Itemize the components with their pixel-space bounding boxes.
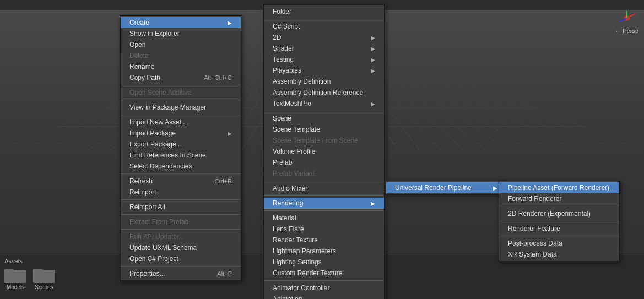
menu-item-label-post-process: Post-process Data [508,240,610,247]
context-menu-rendering: Universal Render Pipeline▶ [386,181,507,195]
menu-item-csharp-script[interactable]: C# Script [264,21,384,32]
submenu-arrow-create: ▶ [228,20,232,26]
menu-separator [499,206,619,206]
menu-separator [264,181,384,181]
menu-item-shader[interactable]: Shader▶ [264,43,384,54]
menu-item-label-custom-render-texture: Custom Render Texture [273,269,375,277]
menu-item-update-uxml[interactable]: Update UXML Schema [121,242,241,253]
menu-item-label-open-csharp: Open C# Project [129,255,232,263]
menu-item-lens-flare[interactable]: Lens Flare [264,224,384,235]
menu-item-label-2d: 2D [273,34,371,41]
menu-item-urp[interactable]: Universal Render Pipeline▶ [386,182,506,193]
menu-item-label-assembly-def-ref: Assembly Definition Reference [273,89,375,96]
menu-item-label-import-package: Import Package [129,129,228,137]
menu-item-view-in-package-manager[interactable]: View in Package Manager [121,102,241,113]
menu-item-label-select-dependencies: Select Dependencies [129,162,232,170]
menu-separator [121,115,241,115]
menu-item-scene-template[interactable]: Scene Template [264,124,384,135]
menu-item-label-import-new-asset: Import New Asset... [129,118,232,126]
menu-item-label-2d-renderer: 2D Renderer (Experimental) [508,210,610,218]
menu-item-material[interactable]: Material [264,213,384,224]
menu-item-label-csharp-script: C# Script [273,23,375,30]
menu-item-custom-render-texture[interactable]: Custom Render Texture [264,268,384,279]
menu-item-label-forward-renderer: Forward Renderer [508,195,610,203]
submenu-arrow-import-package: ▶ [228,131,232,137]
menu-separator [121,266,241,267]
menu-item-label-urp: Universal Render Pipeline [395,184,493,192]
menu-separator [264,111,384,111]
persp-label: x ← Persp [615,10,638,34]
menu-item-playables[interactable]: Playables▶ [264,65,384,76]
menu-item-prefab[interactable]: Prefab [264,157,384,168]
menu-item-rendering[interactable]: Rendering▶ [264,198,384,209]
menu-item-pipeline-asset[interactable]: Pipeline Asset (Forward Renderer) [499,182,619,193]
menu-item-textmeshpro[interactable]: TextMeshPro▶ [264,98,384,109]
menu-item-scene[interactable]: Scene [264,113,384,124]
menu-item-render-texture[interactable]: Render Texture [264,235,384,246]
menu-separator [264,280,384,281]
submenu-arrow-rendering: ▶ [371,200,375,206]
menu-item-renderer-feature[interactable]: Renderer Feature [499,223,619,234]
menu-item-label-reimport-all: Reimport All [129,203,232,211]
menu-item-refresh[interactable]: RefreshCtrl+R [121,176,241,187]
menu-item-show-in-explorer[interactable]: Show in Explorer [121,28,241,39]
submenu-arrow-playables: ▶ [371,68,375,74]
menu-item-open-csharp[interactable]: Open C# Project [121,253,241,264]
menu-item-label-refresh: Refresh [129,177,204,185]
menu-item-xr-system[interactable]: XR System Data [499,249,619,260]
menu-item-select-dependencies[interactable]: Select Dependencies [121,161,241,172]
menu-item-label-volume-profile: Volume Profile [273,148,375,155]
menu-separator [121,229,241,230]
menu-item-post-process[interactable]: Post-process Data [499,238,619,249]
submenu-arrow-shader: ▶ [371,46,375,52]
menu-item-volume-profile[interactable]: Volume Profile [264,146,384,157]
menu-item-label-reimport: Reimport [129,188,232,196]
context-menu-urp: Pipeline Asset (Forward Renderer)Forward… [499,181,620,262]
folder-icon-models [4,267,26,283]
menu-item-label-testing: Testing [273,56,371,63]
menu-item-label-export-package: Export Package... [129,140,232,148]
menu-item-label-rename: Rename [129,63,232,70]
menu-item-assembly-def[interactable]: Assembly Definition [264,76,384,87]
menu-item-label-scene-template-from: Scene Template From Scene [273,137,375,144]
menu-separator [121,214,241,215]
menu-item-animation[interactable]: Animation [264,293,384,299]
menu-item-properties[interactable]: Properties...Alt+P [121,268,241,279]
menu-item-import-new-asset[interactable]: Import New Asset... [121,117,241,128]
menu-item-extract-from-prefab: Extract From Prefab [121,216,241,227]
menu-item-label-playables: Playables [273,67,371,74]
menu-item-label-rendering: Rendering [273,199,371,207]
menu-item-reimport-all[interactable]: Reimport All [121,202,241,213]
menu-item-scene-template-from: Scene Template From Scene [264,135,384,146]
menu-item-rename[interactable]: Rename [121,61,241,72]
menu-item-label-create: Create [129,19,228,26]
menu-separator [121,100,241,100]
menu-item-export-package[interactable]: Export Package... [121,139,241,150]
menu-item-folder[interactable]: Folder [264,6,384,17]
menu-item-2d-renderer[interactable]: 2D Renderer (Experimental) [499,208,619,219]
menu-item-find-references[interactable]: Find References In Scene [121,150,241,161]
menu-item-reimport[interactable]: Reimport [121,187,241,198]
context-menu-create: FolderC# Script2D▶Shader▶Testing▶Playabl… [263,4,385,299]
menu-item-assembly-def-ref[interactable]: Assembly Definition Reference [264,87,384,98]
menu-item-lighting-settings[interactable]: Lighting Settings [264,257,384,268]
menu-item-audio-mixer[interactable]: Audio Mixer [264,183,384,194]
menu-item-lightmap-params[interactable]: Lightmap Parameters [264,246,384,257]
menu-item-open[interactable]: Open [121,39,241,50]
menu-item-label-open-scene-additive: Open Scene Additive [129,89,232,96]
asset-item-models: Models [4,267,26,290]
menu-item-testing[interactable]: Testing▶ [264,54,384,65]
menu-item-2d[interactable]: 2D▶ [264,32,384,43]
asset-item-scenes: Scenes [33,267,55,290]
menu-separator [499,236,619,236]
menu-item-copy-path[interactable]: Copy PathAlt+Ctrl+C [121,72,241,83]
menu-item-label-scene: Scene [273,115,375,122]
menu-item-forward-renderer[interactable]: Forward Renderer [499,193,619,204]
submenu-arrow-testing: ▶ [371,57,375,63]
menu-item-animator-controller[interactable]: Animator Controller [264,282,384,293]
menu-item-create[interactable]: Create▶ [121,17,241,28]
menu-separator [121,199,241,200]
menu-item-import-package[interactable]: Import Package▶ [121,128,241,139]
menu-item-label-view-in-package-manager: View in Package Manager [129,104,232,111]
menu-item-label-animation: Animation [273,295,375,299]
